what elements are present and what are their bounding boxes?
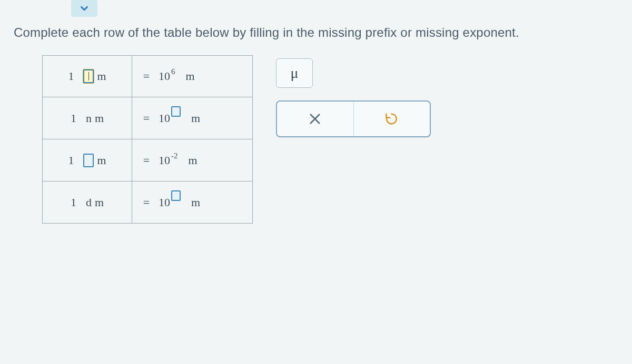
coefficient: 1 — [68, 154, 74, 167]
prefix-text: n — [86, 112, 92, 125]
lhs-cell: 1 m — [43, 139, 132, 181]
unit-text: m — [191, 112, 200, 125]
prefix-text: d — [86, 196, 92, 209]
rhs-cell: =10m — [132, 97, 252, 139]
lhs-cell: 1 m — [43, 56, 132, 97]
equals-sign: = — [142, 196, 151, 209]
power-expression: 10 — [159, 112, 181, 125]
lhs-cell: 1d m — [43, 181, 132, 223]
exponent-input[interactable] — [171, 106, 181, 117]
power-expression: 10 — [159, 196, 181, 209]
rhs-cell: =10m — [132, 181, 252, 223]
coefficient: 1 — [71, 196, 76, 209]
coefficient: 1 — [71, 112, 76, 125]
instruction-text: Complete each row of the table below by … — [14, 25, 519, 40]
equals-sign: = — [142, 112, 151, 125]
prefix-input[interactable] — [83, 154, 94, 167]
base: 10 — [159, 154, 170, 167]
table-row: 1 m=10-2m — [42, 139, 253, 181]
clear-button[interactable] — [277, 102, 353, 136]
close-icon — [308, 112, 322, 126]
base: 10 — [159, 69, 170, 83]
power-expression: 106 — [159, 69, 175, 83]
power-expression: 10-2 — [159, 154, 178, 167]
collapse-toggle[interactable] — [71, 0, 97, 17]
unit-text: m — [189, 154, 197, 167]
reset-button[interactable] — [353, 102, 430, 136]
action-buttons — [276, 100, 431, 137]
rhs-cell: =10-2m — [132, 139, 252, 181]
exponent-input[interactable] — [171, 190, 181, 201]
unit-text: m — [95, 112, 104, 125]
base: 10 — [159, 112, 170, 125]
undo-icon — [384, 112, 399, 126]
unit-text: m — [97, 69, 106, 83]
unit-text: m — [95, 196, 104, 209]
equals-sign: = — [142, 69, 151, 83]
exponent: 6 — [171, 67, 175, 76]
base: 10 — [159, 196, 170, 209]
table-row: 1n m=10m — [42, 97, 253, 139]
side-panel: μ — [276, 58, 431, 137]
coefficient: 1 — [68, 69, 74, 83]
prefix-input[interactable] — [83, 69, 94, 83]
prefix-table: 1 m=106m1n m=10m1 m=10-2m1d m=10m — [42, 55, 253, 224]
rhs-cell: =106m — [132, 56, 252, 97]
chevron-down-icon — [78, 3, 90, 14]
unit-text: m — [97, 154, 106, 167]
table-row: 1 m=106m — [42, 55, 253, 97]
equals-sign: = — [142, 154, 151, 167]
unit-text: m — [191, 196, 200, 209]
table-row: 1d m=10m — [42, 181, 253, 224]
lhs-cell: 1n m — [43, 97, 132, 139]
mu-symbol-button[interactable]: μ — [276, 58, 313, 88]
unit-text: m — [186, 69, 195, 83]
exponent: -2 — [171, 151, 178, 160]
